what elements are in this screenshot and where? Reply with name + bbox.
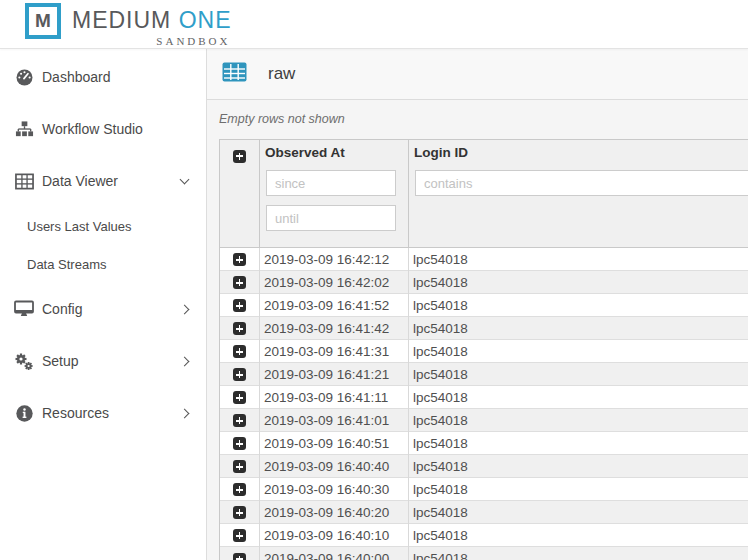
observed-at-cell: 2019-03-09 16:41:11 <box>260 386 409 409</box>
table-row: 2019-03-09 16:41:52 lpc54018 <box>220 294 748 317</box>
column-header-observed-at: Observed At <box>260 140 409 248</box>
login-id-cell: lpc54018 <box>409 432 748 455</box>
info-icon <box>14 403 34 423</box>
observed-at-cell: 2019-03-09 16:40:51 <box>260 432 409 455</box>
until-filter-input[interactable] <box>266 205 396 231</box>
table-body: 2019-03-09 16:42:12 lpc54018 2019-03-09 … <box>220 248 748 560</box>
login-id-cell: lpc54018 <box>409 455 748 478</box>
sidebar-item-label: Setup <box>42 353 79 369</box>
observed-at-cell: 2019-03-09 16:40:20 <box>260 501 409 524</box>
observed-at-cell: 2019-03-09 16:40:40 <box>260 455 409 478</box>
login-id-cell: lpc54018 <box>409 248 748 271</box>
expand-row-cell <box>220 294 260 317</box>
sidebar-item-setup[interactable]: Setup <box>0 335 206 387</box>
expand-row-plus-icon[interactable] <box>233 345 246 358</box>
login-id-cell: lpc54018 <box>409 340 748 363</box>
monitor-icon <box>14 299 34 319</box>
chevron-right-icon <box>180 304 190 314</box>
chevron-down-icon <box>180 174 190 184</box>
column-label: Login ID <box>413 145 748 160</box>
sidebar-subitem-data-streams[interactable]: Data Streams <box>0 245 206 283</box>
chevron-right-icon <box>180 408 190 418</box>
brand-name-one: ONE <box>179 7 232 33</box>
table-row: 2019-03-09 16:40:40 lpc54018 <box>220 455 748 478</box>
expand-row-plus-icon[interactable] <box>233 460 246 473</box>
expand-row-plus-icon[interactable] <box>233 506 246 519</box>
table-row: 2019-03-09 16:41:11 lpc54018 <box>220 386 748 409</box>
observed-at-cell: 2019-03-09 16:41:31 <box>260 340 409 363</box>
sidebar-subitem-label: Users Last Values <box>27 219 132 234</box>
login-id-cell: lpc54018 <box>409 386 748 409</box>
observed-at-cell: 2019-03-09 16:41:21 <box>260 363 409 386</box>
table-row: 2019-03-09 16:42:12 lpc54018 <box>220 248 748 271</box>
table-row: 2019-03-09 16:40:20 lpc54018 <box>220 501 748 524</box>
expand-row-plus-icon[interactable] <box>233 322 246 335</box>
table-row: 2019-03-09 16:40:51 lpc54018 <box>220 432 748 455</box>
sidebar-item-data-viewer[interactable]: Data Viewer <box>0 155 206 207</box>
expand-row-plus-icon[interactable] <box>233 368 246 381</box>
brand-logo[interactable]: M MEDIUM ONE SANDBOX <box>25 2 232 47</box>
data-table-icon <box>14 171 34 191</box>
main-content: raw Empty rows not shown Observed At <box>207 49 748 560</box>
observed-at-cell: 2019-03-09 16:41:01 <box>260 409 409 432</box>
data-table-container: Observed At Login ID <box>219 139 748 560</box>
table-row: 2019-03-09 16:40:10 lpc54018 <box>220 524 748 547</box>
page-title: raw <box>268 64 295 84</box>
expand-row-plus-icon[interactable] <box>233 276 246 289</box>
login-id-cell: lpc54018 <box>409 524 748 547</box>
sidebar-subitem-users-last-values[interactable]: Users Last Values <box>0 207 206 245</box>
sidebar-item-label: Workflow Studio <box>42 121 143 137</box>
raw-table-icon <box>222 62 247 86</box>
observed-at-cell: 2019-03-09 16:40:00 <box>260 547 409 560</box>
expand-row-plus-icon[interactable] <box>233 529 246 542</box>
table-row: 2019-03-09 16:41:01 lpc54018 <box>220 409 748 432</box>
brand-subtitle: SANDBOX <box>72 35 232 47</box>
workflow-sitemap-icon <box>14 119 34 139</box>
login-id-cell: lpc54018 <box>409 363 748 386</box>
expand-row-plus-icon[interactable] <box>233 299 246 312</box>
empty-rows-note: Empty rows not shown <box>207 100 748 139</box>
column-header-login-id: Login ID <box>409 140 748 248</box>
observed-at-cell: 2019-03-09 16:41:42 <box>260 317 409 340</box>
expand-row-plus-icon[interactable] <box>233 553 246 560</box>
observed-at-cell: 2019-03-09 16:40:10 <box>260 524 409 547</box>
table-row: 2019-03-09 16:41:42 lpc54018 <box>220 317 748 340</box>
sidebar-item-resources[interactable]: Resources <box>0 387 206 439</box>
logo-letter: M <box>35 10 51 32</box>
expand-row-plus-icon[interactable] <box>233 483 246 496</box>
expand-row-plus-icon[interactable] <box>233 437 246 450</box>
chevron-right-icon <box>180 356 190 366</box>
brand-name: MEDIUM ONE <box>72 9 232 32</box>
contains-filter-input[interactable] <box>415 170 748 196</box>
login-id-cell: lpc54018 <box>409 478 748 501</box>
dashboard-icon <box>14 67 34 87</box>
expand-row-cell <box>220 386 260 409</box>
expand-row-cell <box>220 363 260 386</box>
logo-text: MEDIUM ONE SANDBOX <box>72 2 232 47</box>
plus-square-icon[interactable] <box>233 150 246 163</box>
brand-name-medium: MEDIUM <box>72 7 171 33</box>
expand-row-cell <box>220 340 260 363</box>
expand-row-plus-icon[interactable] <box>233 253 246 266</box>
since-filter-input[interactable] <box>266 170 396 196</box>
login-id-cell: lpc54018 <box>409 271 748 294</box>
expand-row-cell <box>220 248 260 271</box>
observed-at-cell: 2019-03-09 16:41:52 <box>260 294 409 317</box>
expand-row-plus-icon[interactable] <box>233 391 246 404</box>
table-row: 2019-03-09 16:42:02 lpc54018 <box>220 271 748 294</box>
login-id-cell: lpc54018 <box>409 294 748 317</box>
sidebar-item-config[interactable]: Config <box>0 283 206 335</box>
page-title-bar: raw <box>207 49 748 100</box>
sidebar-item-dashboard[interactable]: Dashboard <box>0 51 206 103</box>
expand-row-plus-icon[interactable] <box>233 414 246 427</box>
table-header-row: Observed At Login ID <box>220 140 748 248</box>
sidebar-item-workflow-studio[interactable]: Workflow Studio <box>0 103 206 155</box>
expand-row-cell <box>220 524 260 547</box>
sidebar: Dashboard Workflow Studio Data Viewer Us… <box>0 49 207 560</box>
expand-row-cell <box>220 409 260 432</box>
login-id-cell: lpc54018 <box>409 547 748 560</box>
expand-row-cell <box>220 547 260 560</box>
observed-at-cell: 2019-03-09 16:42:12 <box>260 248 409 271</box>
table-row: 2019-03-09 16:41:21 lpc54018 <box>220 363 748 386</box>
expand-row-cell <box>220 271 260 294</box>
